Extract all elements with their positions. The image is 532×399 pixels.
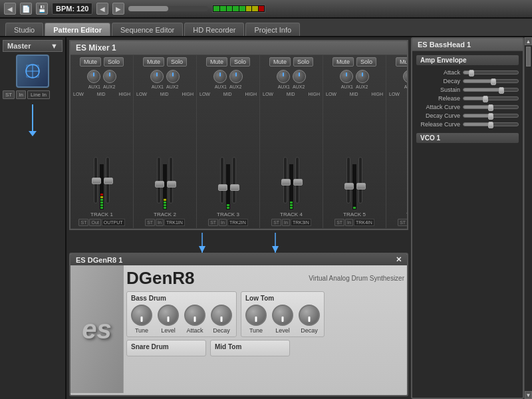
fader-track[interactable]: [283, 157, 287, 203]
ch-in-btn[interactable]: In: [156, 219, 164, 226]
release-curve-slider[interactable]: [463, 122, 519, 126]
aux1-knob[interactable]: [87, 70, 100, 83]
sustain-handle[interactable]: [499, 87, 504, 94]
tab-sequence-editor[interactable]: Sequence Editor: [112, 23, 183, 36]
mute-button[interactable]: Mute: [332, 57, 354, 66]
fader-track[interactable]: [358, 157, 362, 203]
aux1-knob[interactable]: [403, 70, 407, 83]
tab-project-info[interactable]: Project Info: [245, 23, 300, 36]
aux2-knob[interactable]: [229, 70, 243, 83]
bpm-up-icon[interactable]: ▶: [112, 3, 124, 15]
decay-knob[interactable]: [211, 305, 232, 326]
decay-slider[interactable]: [463, 79, 519, 83]
fader-track[interactable]: [169, 157, 173, 203]
fader-handle[interactable]: [344, 183, 354, 190]
ch-st-btn[interactable]: ST: [334, 219, 344, 226]
mute-button[interactable]: Mute: [143, 57, 164, 66]
master-collapse[interactable]: ▼: [51, 42, 58, 50]
fader-handle[interactable]: [92, 178, 101, 184]
back-icon[interactable]: ◀: [4, 3, 16, 15]
aux2-knob[interactable]: [293, 70, 306, 83]
aux1-knob[interactable]: [277, 70, 290, 83]
fader-handle[interactable]: [218, 184, 227, 191]
tab-hd-recorder[interactable]: HD Recorder: [184, 23, 244, 36]
right-scrollbar[interactable]: ▲ ▼: [524, 37, 532, 399]
crosshair-icon: [23, 61, 43, 81]
level-label: Level: [161, 327, 176, 334]
ch-in-btn[interactable]: In: [345, 219, 353, 226]
mute-button[interactable]: Mute: [269, 57, 291, 66]
st-button[interactable]: ST: [3, 90, 15, 99]
solo-button[interactable]: Solo: [104, 57, 124, 66]
solo-button[interactable]: Solo: [293, 57, 313, 66]
mute-button[interactable]: Mute: [396, 57, 407, 66]
tempo-slider[interactable]: [128, 6, 208, 11]
fader-track[interactable]: [232, 157, 236, 203]
fader-track[interactable]: [295, 157, 299, 203]
solo-button[interactable]: Solo: [167, 57, 187, 66]
ch-trk-label: TRK1IN: [164, 219, 185, 226]
aux2-knob[interactable]: [356, 70, 369, 83]
scroll-down-btn[interactable]: ▼: [525, 391, 532, 399]
fader-handle-2[interactable]: [104, 178, 113, 184]
ch-st-btn[interactable]: ST: [208, 219, 218, 226]
fader-track[interactable]: [220, 157, 224, 203]
scroll-thumb[interactable]: [526, 47, 531, 66]
fader-handle[interactable]: [281, 179, 291, 186]
solo-button[interactable]: Solo: [230, 57, 250, 66]
attack-curve-slider[interactable]: [463, 105, 519, 109]
attack-slider[interactable]: [463, 70, 519, 74]
new-icon[interactable]: 📄: [20, 3, 32, 15]
decay-curve-slider[interactable]: [463, 114, 519, 118]
aux1-knob[interactable]: [150, 70, 164, 83]
aux2-knob[interactable]: [103, 70, 116, 83]
scroll-track[interactable]: [525, 45, 532, 391]
attack-handle[interactable]: [469, 70, 474, 76]
aux2-knob[interactable]: [166, 70, 180, 83]
ch-out-btn[interactable]: Out: [89, 219, 100, 226]
bpm-down-icon[interactable]: ◀: [96, 3, 108, 15]
ch-in-btn[interactable]: In: [219, 219, 227, 226]
fader-handle[interactable]: [356, 183, 366, 190]
release-slider[interactable]: [463, 96, 519, 100]
mute-button[interactable]: Mute: [80, 57, 101, 66]
channel-bottom: ST Out OUTPUT: [78, 219, 124, 226]
lt-decay-knob[interactable]: [299, 305, 320, 326]
fader-handle[interactable]: [293, 179, 303, 186]
fader-track[interactable]: [346, 157, 350, 203]
scroll-up-btn[interactable]: ▲: [525, 37, 532, 45]
ch-st-btn[interactable]: ST: [271, 219, 281, 226]
lt-level-knob[interactable]: [272, 305, 293, 326]
decay-curve-handle[interactable]: [488, 113, 493, 120]
close-icon[interactable]: ✕: [396, 255, 402, 264]
fader-handle[interactable]: [167, 181, 176, 188]
attack-knob[interactable]: [184, 305, 205, 326]
tune-knob[interactable]: [131, 305, 152, 326]
attack-curve-handle[interactable]: [488, 104, 493, 111]
master-button[interactable]: [16, 55, 49, 88]
in-button[interactable]: In: [16, 90, 26, 99]
lt-tune-knob[interactable]: [245, 305, 267, 326]
tab-pattern-editor[interactable]: Pattern Editor: [45, 23, 110, 36]
mute-button[interactable]: Mute: [206, 57, 227, 66]
ch-st-btn[interactable]: ST: [145, 219, 155, 226]
aux1-knob[interactable]: [340, 70, 353, 83]
save-icon[interactable]: 💾: [36, 3, 48, 15]
ch-st-btn[interactable]: ST: [398, 219, 407, 226]
decay-handle[interactable]: [491, 78, 496, 85]
sustain-slider[interactable]: [463, 88, 519, 92]
aux1-knob[interactable]: [213, 70, 227, 83]
ch-in-btn[interactable]: In: [282, 219, 290, 226]
solo-button[interactable]: Solo: [356, 57, 376, 66]
tab-studio[interactable]: Studio: [5, 23, 43, 36]
ch-st-btn[interactable]: ST: [78, 219, 88, 226]
fader-track[interactable]: [157, 157, 161, 203]
release-curve-handle[interactable]: [488, 122, 493, 128]
line-in-button[interactable]: Line In: [27, 90, 50, 99]
fader-handle[interactable]: [155, 181, 164, 188]
fader-track-2[interactable]: [106, 157, 110, 203]
level-knob[interactable]: [158, 305, 179, 326]
fader-track[interactable]: [94, 157, 98, 203]
fader-handle[interactable]: [230, 184, 239, 191]
release-handle[interactable]: [483, 96, 488, 102]
